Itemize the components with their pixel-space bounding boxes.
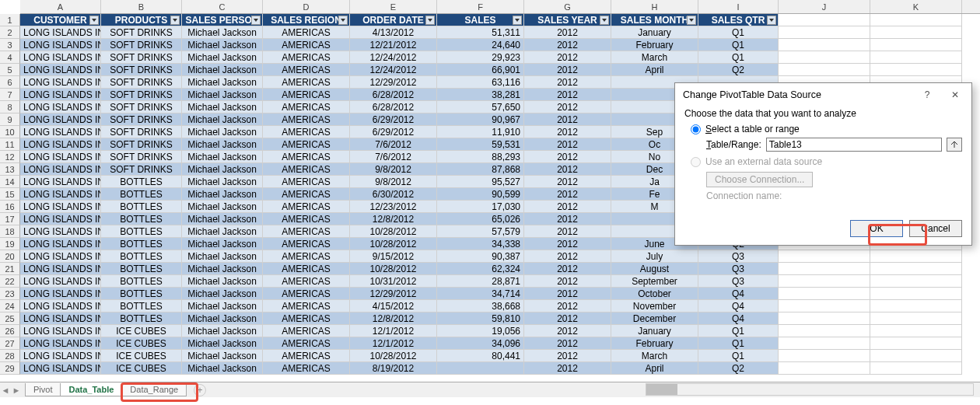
cell-sales[interactable]: 19,056: [437, 325, 524, 337]
range-picker-button[interactable]: [947, 138, 962, 152]
radio-select-table-range-input[interactable]: [691, 124, 701, 134]
cell-sales[interactable]: 88,293: [437, 151, 524, 163]
cell-customer[interactable]: LONG ISLANDS INC: [20, 101, 101, 113]
cell-sales_region[interactable]: AMERICAS: [263, 201, 350, 213]
cell-order_date[interactable]: 9/8/2012: [350, 176, 437, 188]
cell-products[interactable]: BOTTLES: [101, 176, 182, 188]
row-number[interactable]: 7: [0, 89, 20, 101]
cell-sales_month[interactable]: April: [611, 64, 698, 76]
cell-sales_region[interactable]: AMERICAS: [263, 325, 350, 337]
cell-sales_person[interactable]: Michael Jackson: [182, 213, 263, 225]
column-header-C[interactable]: C: [182, 0, 263, 13]
cell-order_date[interactable]: 12/23/2012: [350, 201, 437, 213]
cell-sales_qtr[interactable]: Q3: [698, 250, 779, 263]
cell-sales_person[interactable]: Michael Jackson: [182, 26, 263, 39]
cell-customer[interactable]: LONG ISLANDS INC: [20, 176, 101, 188]
cell-sales[interactable]: 57,650: [437, 101, 524, 113]
row-number[interactable]: 9: [0, 113, 20, 126]
empty-cell[interactable]: [779, 14, 870, 26]
column-header-J[interactable]: J: [779, 0, 870, 13]
cell-sales_year[interactable]: 2012: [524, 76, 611, 89]
column-header-I[interactable]: I: [698, 0, 779, 13]
cell-sales_person[interactable]: Michael Jackson: [182, 312, 263, 325]
cell-products[interactable]: SOFT DRINKS: [101, 76, 182, 89]
row-number[interactable]: 16: [0, 201, 20, 213]
column-header-E[interactable]: E: [350, 0, 437, 13]
cell-sales_person[interactable]: Michael Jackson: [182, 362, 263, 375]
row-number[interactable]: 12: [0, 151, 20, 163]
row-number[interactable]: 21: [0, 263, 20, 275]
row-number[interactable]: 13: [0, 163, 20, 176]
row-number[interactable]: 23: [0, 288, 20, 300]
cell-products[interactable]: BOTTLES: [101, 312, 182, 325]
cell-sales[interactable]: 34,338: [437, 238, 524, 250]
cell-order_date[interactable]: 7/6/2012: [350, 138, 437, 151]
row-number[interactable]: 2: [0, 26, 20, 39]
row-number[interactable]: 22: [0, 275, 20, 288]
cell-sales_month[interactable]: August: [611, 263, 698, 275]
cell-customer[interactable]: LONG ISLANDS INC: [20, 138, 101, 151]
column-header-D[interactable]: D: [263, 0, 350, 13]
cell-order_date[interactable]: 10/28/2012: [350, 263, 437, 275]
cell-products[interactable]: SOFT DRINKS: [101, 39, 182, 51]
empty-cell[interactable]: [870, 300, 962, 312]
cell-sales_person[interactable]: Michael Jackson: [182, 51, 263, 64]
cell-products[interactable]: ICE CUBES: [101, 325, 182, 337]
cell-sales_person[interactable]: Michael Jackson: [182, 263, 263, 275]
cell-sales_person[interactable]: Michael Jackson: [182, 350, 263, 362]
cell-sales_qtr[interactable]: Q1: [698, 39, 779, 51]
cell-sales_month[interactable]: February: [611, 337, 698, 350]
cell-sales_person[interactable]: Michael Jackson: [182, 126, 263, 138]
cell-sales_region[interactable]: AMERICAS: [263, 213, 350, 225]
cell-sales_qtr[interactable]: Q1: [698, 26, 779, 39]
cell-sales_year[interactable]: 2012: [524, 201, 611, 213]
cell-customer[interactable]: LONG ISLANDS INC: [20, 337, 101, 350]
cell-products[interactable]: BOTTLES: [101, 213, 182, 225]
radio-select-table-range[interactable]: Select a table or range: [691, 124, 962, 134]
cell-sales_region[interactable]: AMERICAS: [263, 39, 350, 51]
cell-order_date[interactable]: 8/19/2012: [350, 362, 437, 375]
cell-customer[interactable]: LONG ISLANDS INC: [20, 26, 101, 39]
cell-sales_person[interactable]: Michael Jackson: [182, 101, 263, 113]
cell-sales_year[interactable]: 2012: [524, 151, 611, 163]
horizontal-scrollbar[interactable]: [646, 383, 974, 396]
empty-cell[interactable]: [870, 14, 962, 26]
tab-nav-next-icon[interactable]: ►: [11, 384, 22, 396]
empty-cell[interactable]: [870, 64, 962, 76]
row-number[interactable]: 3: [0, 39, 20, 51]
cell-products[interactable]: ICE CUBES: [101, 362, 182, 375]
empty-cell[interactable]: [870, 325, 962, 337]
filter-dropdown-icon[interactable]: [338, 16, 348, 25]
cell-sales_year[interactable]: 2012: [524, 238, 611, 250]
cell-order_date[interactable]: 6/28/2012: [350, 101, 437, 113]
empty-cell[interactable]: [870, 263, 962, 275]
table-header-customer[interactable]: CUSTOMER: [20, 14, 101, 26]
cell-products[interactable]: SOFT DRINKS: [101, 126, 182, 138]
cell-sales_year[interactable]: 2012: [524, 288, 611, 300]
cell-order_date[interactable]: 12/1/2012: [350, 337, 437, 350]
cancel-button[interactable]: Cancel: [909, 220, 962, 237]
cell-sales_person[interactable]: Michael Jackson: [182, 325, 263, 337]
row-number[interactable]: 4: [0, 51, 20, 64]
cell-sales_qtr[interactable]: Q3: [698, 263, 779, 275]
cell-sales_month[interactable]: September: [611, 275, 698, 288]
cell-products[interactable]: BOTTLES: [101, 275, 182, 288]
cell-sales[interactable]: 24,640: [437, 39, 524, 51]
filter-dropdown-icon[interactable]: [600, 16, 609, 25]
cell-sales_year[interactable]: 2012: [524, 263, 611, 275]
filter-dropdown-icon[interactable]: [687, 16, 696, 25]
cell-sales_region[interactable]: AMERICAS: [263, 275, 350, 288]
cell-sales_region[interactable]: AMERICAS: [263, 250, 350, 263]
cell-sales_month[interactable]: November: [611, 300, 698, 312]
cell-order_date[interactable]: 12/29/2012: [350, 288, 437, 300]
cell-customer[interactable]: LONG ISLANDS INC: [20, 163, 101, 176]
filter-dropdown-icon[interactable]: [513, 16, 522, 25]
empty-cell[interactable]: [870, 350, 962, 362]
row-number[interactable]: 28: [0, 350, 20, 362]
empty-cell[interactable]: [779, 51, 870, 64]
cell-sales_region[interactable]: AMERICAS: [263, 151, 350, 163]
cell-sales_region[interactable]: AMERICAS: [263, 176, 350, 188]
cell-sales_person[interactable]: Michael Jackson: [182, 238, 263, 250]
table-header-sales_region[interactable]: SALES REGION: [263, 14, 350, 26]
cell-customer[interactable]: LONG ISLANDS INC: [20, 188, 101, 201]
